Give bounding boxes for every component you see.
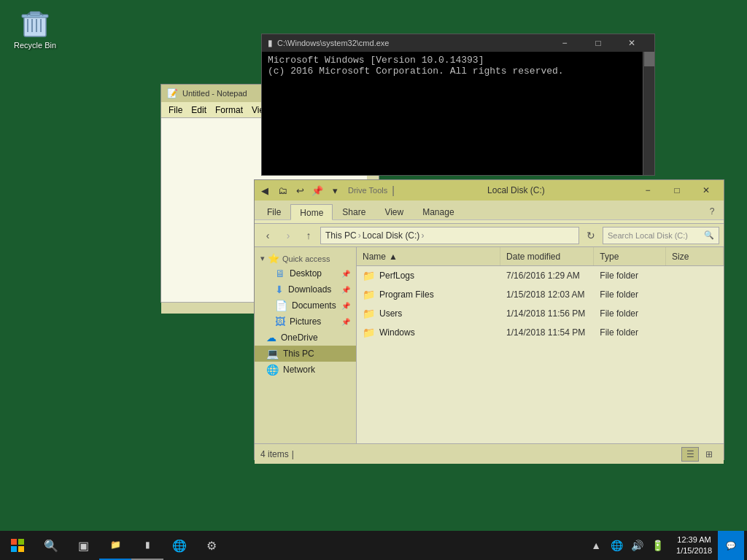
recycle-bin-label: Recycle Bin — [14, 41, 56, 50]
volume-tray-icon[interactable]: 🔊 — [627, 531, 647, 560]
col-header-type[interactable]: Type — [594, 247, 666, 265]
cmd-minimize-button[interactable]: − — [548, 34, 581, 52]
documents-pin: 📌 — [341, 302, 350, 310]
sidebar-item-downloads[interactable]: ⬇ Downloads 📌 — [255, 281, 356, 298]
sidebar-downloads-label: Downloads — [288, 284, 331, 295]
file-name-programfiles: 📁 Program Files — [357, 289, 500, 300]
cmd-title: C:\Windows\system32\cmd.exe — [277, 39, 548, 47]
cmd-scrollbar[interactable] — [643, 52, 654, 175]
downloads-pin: 📌 — [341, 286, 350, 294]
qat-undo-btn[interactable]: ↩ — [293, 183, 307, 198]
this-pc-icon: 💻 — [266, 348, 279, 359]
explorer-title-icon: 🗂 — [275, 183, 290, 198]
explorer-maximize-button[interactable]: □ — [662, 182, 692, 199]
title-separator: | — [392, 184, 395, 196]
cmd-titlebar[interactable]: ▮ C:\Windows\system32\cmd.exe − □ ✕ — [262, 34, 654, 52]
svg-rect-2 — [31, 19, 33, 32]
ribbon-tab-home[interactable]: Home — [290, 204, 333, 220]
back-button[interactable]: ‹ — [259, 227, 276, 244]
qat-dropdown-btn[interactable]: ▾ — [328, 183, 342, 198]
cmd-scrollbar-thumb[interactable] — [644, 52, 654, 66]
explorer-minimize-button[interactable]: − — [633, 182, 662, 199]
ribbon-tab-manage[interactable]: Manage — [413, 203, 463, 219]
notepad-menu-format[interactable]: Format — [211, 103, 247, 117]
cmd-maximize-button[interactable]: □ — [581, 34, 615, 52]
battery-tray-icon[interactable]: 🔋 — [647, 531, 667, 560]
network-icon: 🌐 — [266, 364, 279, 376]
forward-button[interactable]: › — [279, 227, 297, 244]
tiles-view-button[interactable]: ⊞ — [700, 447, 718, 462]
ribbon-tab-view[interactable]: View — [375, 203, 413, 219]
col-header-name[interactable]: Name ▲ — [357, 247, 500, 265]
notepad-menu-file[interactable]: File — [164, 103, 187, 117]
up-button[interactable]: ↑ — [300, 227, 317, 244]
file-type-users: File folder — [594, 308, 666, 319]
explorer-back-title-btn[interactable]: ◀ — [258, 183, 272, 198]
recycle-bin-svg — [21, 9, 49, 38]
table-row[interactable]: 📁 PerfLogs 7/16/2016 1:29 AM File folder — [357, 266, 724, 285]
cmd-taskbar-btn[interactable]: ▮ — [131, 531, 163, 560]
taskbar: 🔍 ▣ 📁 ▮ 🌐 ⚙ ▲ 🌐 🔊 🔋 12:39 AM 1/15/2018 💬 — [0, 531, 747, 560]
file-name-perflogs: 📁 PerfLogs — [357, 270, 500, 281]
sidebar-item-pictures[interactable]: 🖼 Pictures 📌 — [255, 314, 356, 330]
status-item-count: 4 items — [260, 449, 289, 459]
svg-rect-10 — [18, 546, 24, 552]
settings-taskbar-btn[interactable]: ⚙ — [196, 531, 228, 560]
col-header-size[interactable]: Size — [666, 247, 724, 265]
svg-rect-3 — [36, 19, 37, 32]
sidebar-item-quick-access[interactable]: ▾ ⭐ Quick access — [255, 250, 356, 265]
explorer-close-button[interactable]: ✕ — [692, 182, 721, 199]
sidebar-pictures-label: Pictures — [290, 316, 321, 327]
sidebar-item-network[interactable]: 🌐 Network — [255, 362, 356, 378]
documents-icon: 📄 — [275, 300, 287, 311]
address-breadcrumb[interactable]: This PC › Local Disk (C:) › — [320, 227, 579, 244]
search-taskbar-btn[interactable]: 🔍 — [35, 531, 67, 560]
table-row[interactable]: 📁 Users 1/14/2018 11:56 PM File folder — [357, 304, 724, 323]
table-row[interactable]: 📁 Windows 1/14/2018 11:54 PM File folder — [357, 323, 724, 342]
svg-rect-8 — [18, 539, 24, 545]
ribbon-help-btn[interactable]: ? — [703, 203, 721, 219]
windows-logo — [11, 539, 24, 552]
breadcrumb-thispc: This PC — [325, 230, 357, 241]
file-name-users: 📁 Users — [357, 308, 500, 319]
drive-tools-title-label: Drive Tools — [348, 186, 387, 195]
svg-rect-4 — [40, 19, 42, 32]
task-view-button[interactable]: ▣ — [67, 531, 99, 560]
search-icon[interactable]: 🔍 — [704, 230, 714, 240]
table-row[interactable]: 📁 Program Files 1/15/2018 12:03 AM File … — [357, 285, 724, 304]
file-explorer-taskbar-btn[interactable]: 📁 — [99, 531, 131, 560]
sidebar-item-this-pc[interactable]: 💻 This PC — [255, 346, 356, 362]
cmd-close-button[interactable]: ✕ — [615, 34, 649, 52]
start-button[interactable] — [0, 531, 35, 560]
desktop-pin: 📌 — [341, 270, 350, 278]
sidebar-item-documents[interactable]: 📄 Documents 📌 — [255, 298, 356, 314]
ribbon-tab-file[interactable]: File — [258, 203, 290, 219]
file-date-perflogs: 7/16/2016 1:29 AM — [500, 271, 594, 281]
sidebar-item-onedrive[interactable]: ☁ OneDrive — [255, 330, 356, 346]
refresh-button[interactable]: ↻ — [582, 227, 600, 244]
folder-icon-programfiles: 📁 — [363, 289, 375, 300]
taskbar-clock[interactable]: 12:39 AM 1/15/2018 — [670, 534, 718, 557]
details-view-button[interactable]: ☰ — [681, 447, 699, 462]
cmd-line1: Microsoft Windows [Version 10.0.14393] — [268, 55, 649, 66]
explorer-titlebar[interactable]: ◀ 🗂 ↩ 📌 ▾ Drive Tools | Local Disk (C:) … — [255, 180, 724, 201]
browser-taskbar-btn[interactable]: 🌐 — [163, 531, 196, 560]
sidebar-this-pc-label: This PC — [283, 349, 314, 359]
file-type-perflogs: File folder — [594, 271, 666, 281]
recycle-bin-icon[interactable]: Recycle Bin — [6, 6, 64, 52]
col-header-date[interactable]: Date modified — [500, 247, 594, 265]
quick-access-arrow: ▾ — [260, 254, 265, 263]
cmd-body: Microsoft Windows [Version 10.0.14393] (… — [262, 52, 654, 175]
clock-date: 1/15/2018 — [676, 545, 712, 556]
ribbon-tab-share[interactable]: Share — [333, 203, 375, 219]
sidebar-item-desktop[interactable]: 🖥 Desktop 📌 — [255, 265, 356, 281]
pictures-pin: 📌 — [341, 318, 350, 326]
qat-pin-btn[interactable]: 📌 — [310, 183, 325, 198]
notepad-menu-edit[interactable]: Edit — [187, 103, 211, 117]
action-center-button[interactable]: 💬 — [718, 531, 744, 560]
file-date-users: 1/14/2018 11:56 PM — [500, 308, 594, 319]
network-tray-icon[interactable]: 🌐 — [606, 531, 627, 560]
search-box[interactable]: Search Local Disk (C:) 🔍 — [603, 227, 719, 244]
tray-expand-btn[interactable]: ▲ — [586, 531, 606, 560]
sidebar-desktop-label: Desktop — [290, 268, 322, 279]
